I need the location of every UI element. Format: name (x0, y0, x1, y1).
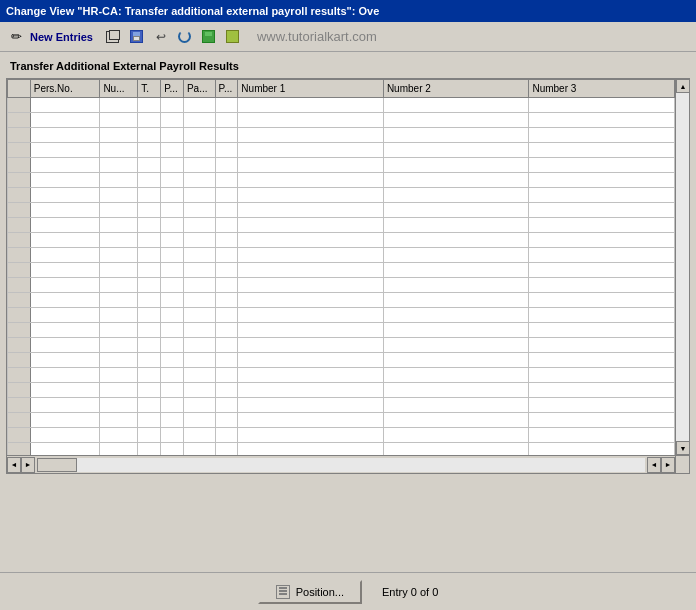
table-cell[interactable] (383, 113, 529, 128)
table-cell[interactable] (138, 98, 161, 113)
table-cell[interactable] (215, 278, 238, 293)
table-cell[interactable] (138, 218, 161, 233)
table-cell[interactable] (30, 323, 100, 338)
table-cell[interactable] (161, 293, 184, 308)
table-cell[interactable] (138, 173, 161, 188)
table-cell[interactable] (383, 203, 529, 218)
table-cell[interactable] (215, 308, 238, 323)
table-cell[interactable] (183, 368, 215, 383)
table-cell[interactable] (138, 188, 161, 203)
table-row[interactable] (8, 233, 675, 248)
table-cell[interactable] (238, 98, 384, 113)
table-cell[interactable] (383, 353, 529, 368)
table-row[interactable] (8, 398, 675, 413)
table-cell[interactable] (161, 173, 184, 188)
table-cell[interactable] (383, 173, 529, 188)
table-cell[interactable] (161, 158, 184, 173)
table-cell[interactable] (100, 158, 138, 173)
table-cell[interactable] (100, 128, 138, 143)
table-cell[interactable] (215, 413, 238, 428)
table-cell[interactable] (238, 413, 384, 428)
table-cell[interactable] (100, 263, 138, 278)
table-cell[interactable] (529, 338, 675, 353)
table-cell[interactable] (238, 128, 384, 143)
table-cell[interactable] (383, 383, 529, 398)
table-cell[interactable] (30, 278, 100, 293)
table-cell[interactable] (529, 308, 675, 323)
table-cell[interactable] (383, 413, 529, 428)
table-cell[interactable] (161, 143, 184, 158)
table-cell[interactable] (183, 263, 215, 278)
table-row[interactable] (8, 98, 675, 113)
table-cell[interactable] (383, 398, 529, 413)
table-cell[interactable] (183, 248, 215, 263)
table-cell[interactable] (30, 218, 100, 233)
table-cell[interactable] (161, 383, 184, 398)
table-cell[interactable] (161, 263, 184, 278)
table-cell[interactable] (529, 128, 675, 143)
table-cell[interactable] (161, 218, 184, 233)
scroll-down-button[interactable]: ▼ (676, 441, 690, 455)
table-cell[interactable] (529, 98, 675, 113)
table-cell[interactable] (30, 158, 100, 173)
table-cell[interactable] (183, 428, 215, 443)
scroll-up-button[interactable]: ▲ (676, 79, 690, 93)
table-cell[interactable] (100, 368, 138, 383)
table-cell[interactable] (529, 248, 675, 263)
table-cell[interactable] (30, 233, 100, 248)
table-cell[interactable] (383, 368, 529, 383)
table-cell[interactable] (238, 383, 384, 398)
table-cell[interactable] (383, 338, 529, 353)
table-cell[interactable] (238, 143, 384, 158)
table-cell[interactable] (100, 98, 138, 113)
table-cell[interactable] (161, 398, 184, 413)
table-cell[interactable] (383, 158, 529, 173)
table-cell[interactable] (138, 413, 161, 428)
table-cell[interactable] (238, 233, 384, 248)
table-cell[interactable] (238, 218, 384, 233)
table-cell[interactable] (30, 353, 100, 368)
table-cell[interactable] (138, 248, 161, 263)
table-cell[interactable] (383, 98, 529, 113)
table-cell[interactable] (30, 248, 100, 263)
table-cell[interactable] (30, 308, 100, 323)
save-icon-button[interactable] (127, 27, 147, 47)
table-cell[interactable] (100, 293, 138, 308)
upload-icon-button[interactable] (199, 27, 219, 47)
table-row[interactable] (8, 143, 675, 158)
table-cell[interactable] (183, 338, 215, 353)
table-cell[interactable] (529, 278, 675, 293)
table-cell[interactable] (215, 263, 238, 278)
table-cell[interactable] (383, 233, 529, 248)
table-cell[interactable] (100, 113, 138, 128)
table-cell[interactable] (138, 338, 161, 353)
table-cell[interactable] (30, 188, 100, 203)
table-cell[interactable] (238, 188, 384, 203)
table-cell[interactable] (529, 158, 675, 173)
table-cell[interactable] (183, 293, 215, 308)
table-row[interactable] (8, 263, 675, 278)
table-cell[interactable] (30, 113, 100, 128)
table-row[interactable] (8, 308, 675, 323)
table-cell[interactable] (215, 353, 238, 368)
table-cell[interactable] (183, 188, 215, 203)
table-cell[interactable] (183, 308, 215, 323)
table-cell[interactable] (161, 203, 184, 218)
table-row[interactable] (8, 293, 675, 308)
table-cell[interactable] (100, 218, 138, 233)
table-cell[interactable] (215, 428, 238, 443)
table-cell[interactable] (30, 413, 100, 428)
table-cell[interactable] (238, 308, 384, 323)
table-cell[interactable] (238, 113, 384, 128)
table-cell[interactable] (138, 203, 161, 218)
table-cell[interactable] (30, 98, 100, 113)
table-cell[interactable] (183, 353, 215, 368)
table-cell[interactable] (383, 248, 529, 263)
table-cell[interactable] (383, 323, 529, 338)
table-cell[interactable] (183, 143, 215, 158)
table-cell[interactable] (138, 353, 161, 368)
table-cell[interactable] (215, 113, 238, 128)
table-cell[interactable] (138, 278, 161, 293)
new-entries-button[interactable]: New Entries (30, 31, 93, 43)
table-cell[interactable] (215, 293, 238, 308)
